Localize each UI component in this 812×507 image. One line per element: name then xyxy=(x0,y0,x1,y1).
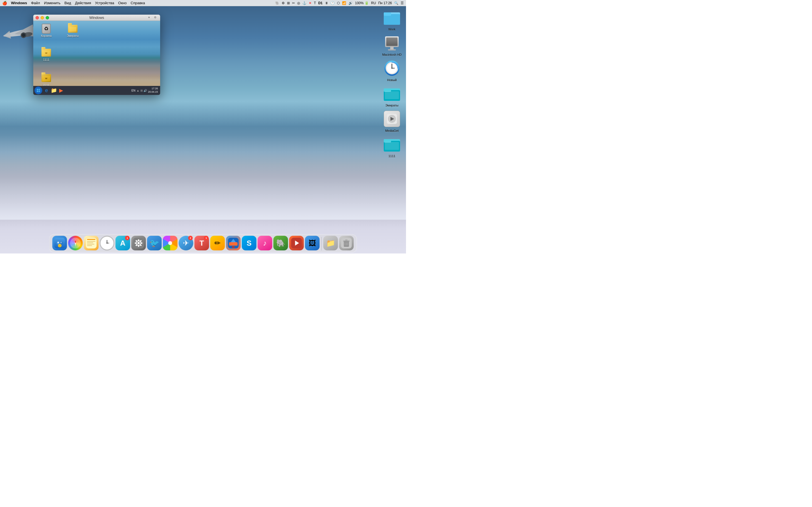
tray-icon-pause[interactable]: ⏸ xyxy=(325,1,328,5)
desktop-icon-new[interactable]: Новый xyxy=(380,59,403,82)
dock-sysprefs[interactable] xyxy=(132,236,146,250)
svg-rect-81 xyxy=(343,240,350,242)
dock-notes[interactable] xyxy=(84,236,99,250)
menu-window[interactable]: Окно xyxy=(118,1,126,5)
menu-edit[interactable]: Изменить xyxy=(44,1,61,5)
recycle-bin-icon xyxy=(41,24,51,34)
tray-icon-4[interactable]: ✂ xyxy=(292,1,295,5)
dock-skype[interactable]: S xyxy=(242,236,257,250)
telegram-badge: 2 xyxy=(188,236,193,240)
win-icon-1111[interactable]: W 1111 xyxy=(38,48,55,61)
svg-rect-20 xyxy=(390,47,394,49)
vm-window: Windows ▾ ⚙ Корзина xyxy=(33,15,160,95)
tray-icon-7[interactable]: ✕ xyxy=(309,1,312,5)
emirates-label: Эмираты xyxy=(67,34,79,38)
apple-menu[interactable]: 🍎 xyxy=(2,1,7,5)
close-button[interactable] xyxy=(36,16,39,19)
vm-dropdown-icon[interactable]: ▾ xyxy=(148,16,152,20)
dock-telegram[interactable]: ✈ 2 xyxy=(179,236,193,250)
dock-transmit[interactable] xyxy=(226,236,241,250)
win-icon-work[interactable]: W Work xyxy=(38,73,55,87)
dock-photos[interactable] xyxy=(163,236,177,250)
tray-wifi-icon[interactable]: 📶 xyxy=(342,1,346,5)
time-machine-icon xyxy=(383,59,401,77)
dock-clock[interactable] xyxy=(100,236,114,250)
tray-icon-2[interactable]: ⚙ xyxy=(282,1,285,5)
menu-help[interactable]: Справка xyxy=(131,1,145,5)
win-explorer-icon[interactable]: 📁 xyxy=(50,87,57,94)
menubar-time: Пн 17:26 xyxy=(378,1,392,5)
svg-point-9 xyxy=(39,89,40,91)
win-lang: EN xyxy=(132,89,135,92)
svg-point-71 xyxy=(136,245,137,246)
tray-bt-icon[interactable]: ⬡ xyxy=(337,1,340,5)
folder-1111-mac-icon xyxy=(383,135,401,153)
win-notify-icon: ▲ xyxy=(137,89,139,92)
dock-trash[interactable] xyxy=(339,236,354,250)
tray-icon-3[interactable]: ⊞ xyxy=(287,1,290,5)
dock-vmware[interactable] xyxy=(289,236,304,250)
dock-iphoto[interactable]: 🖼 xyxy=(305,236,320,250)
svg-point-70 xyxy=(140,240,142,242)
win-start-button[interactable] xyxy=(35,87,42,94)
menubar-right: 🐘 ⚙ ⊞ ✂ ◎ ⚓ ✕ T D1 ⏸ 🕐 ⬡ 📶 🔊 100% 🔋 RU П… xyxy=(275,1,404,5)
menu-file[interactable]: Файл xyxy=(31,1,40,5)
work-folder-icon: W xyxy=(41,73,51,83)
mediaget-icon xyxy=(383,110,401,128)
tray-icon-6[interactable]: ⚓ xyxy=(302,1,306,5)
evernote-tray-icon[interactable]: 🐘 xyxy=(275,1,280,5)
tray-clock-icon[interactable]: 🕐 xyxy=(331,1,335,5)
win-icon-emirates[interactable]: Эмираты xyxy=(64,24,81,38)
svg-rect-39 xyxy=(385,142,399,150)
tray-icon-dt[interactable]: D1 xyxy=(318,1,322,5)
vm-settings-icon[interactable]: ⚙ xyxy=(154,16,158,20)
svg-text:🙂: 🙂 xyxy=(57,243,62,247)
battery-indicator[interactable]: 100% 🔋 xyxy=(355,1,369,5)
svg-point-64 xyxy=(138,239,139,241)
desktop-icon-mediaget[interactable]: MediaGet xyxy=(380,110,403,132)
win-ie-icon[interactable]: e xyxy=(43,87,50,94)
svg-rect-53 xyxy=(87,241,96,242)
svg-rect-55 xyxy=(87,244,94,244)
menu-devices[interactable]: Устройства xyxy=(95,1,114,5)
svg-rect-54 xyxy=(87,242,93,243)
svg-point-44 xyxy=(60,242,62,243)
dock-finder[interactable]: 🙂 xyxy=(52,236,67,250)
menu-icon[interactable]: ☰ xyxy=(401,1,404,5)
desktop-icon-work[interactable]: Work xyxy=(380,8,403,31)
dock-filefolder[interactable]: 📁 xyxy=(323,236,338,250)
minimize-button[interactable] xyxy=(41,16,44,19)
app-name[interactable]: Windows xyxy=(11,1,27,5)
svg-rect-19 xyxy=(386,38,398,46)
emirates-folder-icon xyxy=(68,24,78,34)
maximize-button[interactable] xyxy=(46,16,49,19)
desktop-icon-macintosh-hd[interactable]: Macintosh HD xyxy=(380,34,403,56)
desktop: 🍎 Windows Файл Изменить Вид Действия Уст… xyxy=(0,0,406,253)
dock-sketchbook[interactable]: ✏ xyxy=(210,236,225,250)
menu-actions[interactable]: Действия xyxy=(75,1,91,5)
svg-point-11 xyxy=(39,91,40,92)
dock-toolbox[interactable]: T 1 xyxy=(195,236,209,250)
dock-evernote[interactable]: 🐘 xyxy=(273,236,288,250)
dock-safari[interactable] xyxy=(68,236,83,250)
tray-icon-5[interactable]: ◎ xyxy=(297,1,300,5)
keyboard-lang[interactable]: RU xyxy=(371,1,376,5)
win-media-icon[interactable]: ▶ xyxy=(57,87,65,94)
svg-rect-76 xyxy=(232,246,235,248)
dock-appstore[interactable]: A 1 xyxy=(116,236,130,250)
tray-volume-icon[interactable]: 🔊 xyxy=(349,1,353,5)
svg-point-60 xyxy=(107,242,108,244)
search-icon[interactable]: 🔍 xyxy=(394,1,398,5)
menubar: 🍎 Windows Файл Изменить Вид Действия Уст… xyxy=(0,0,406,6)
menu-view[interactable]: Вид xyxy=(64,1,71,5)
dock-itunes[interactable]: ♪ xyxy=(258,236,272,250)
tray-icon-toolbox[interactable]: T xyxy=(314,1,316,5)
desktop-icon-emirates-mac[interactable]: Эмираты xyxy=(380,84,403,107)
svg-point-66 xyxy=(135,242,136,244)
svg-point-67 xyxy=(141,242,142,244)
win-clock: 17:26 20.04.15 xyxy=(148,87,158,94)
svg-rect-52 xyxy=(87,239,96,240)
desktop-icon-1111[interactable]: 1111 xyxy=(380,135,403,158)
win-icon-recycle[interactable]: Корзина xyxy=(38,24,55,38)
dock-tweetbot[interactable]: 🐦 xyxy=(147,236,162,250)
